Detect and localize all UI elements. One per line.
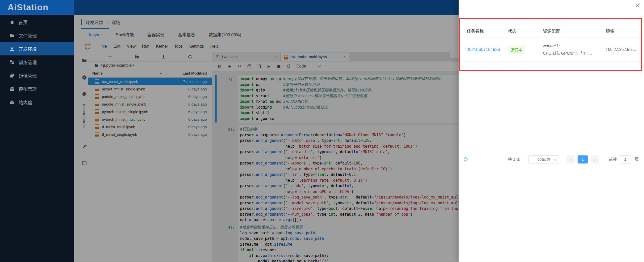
- total-count: 共 1 条: [508, 155, 520, 163]
- training-icon: [10, 60, 15, 65]
- home-icon: [10, 20, 15, 25]
- goto-label: 前往: [609, 155, 617, 163]
- column-header-0: 任务名称: [463, 24, 504, 38]
- table-row: 20210607164526 运行中 worker*1: CPU:1核, GPU…: [463, 38, 640, 62]
- dev-icon: [10, 46, 15, 51]
- pagination: 共 1 条 50条/页 ‹ 1 › 前往 1 页: [459, 155, 644, 163]
- goto-page-input[interactable]: 1: [620, 155, 631, 163]
- sidebar-item-0[interactable]: 首页: [0, 15, 74, 29]
- sidebar-item-label: 文件管理: [19, 32, 37, 39]
- status-badge: 运行中: [508, 46, 525, 54]
- chevron-down-icon: [554, 158, 557, 161]
- app: AiStation 首页文件管理开发环境训练管理镜像管理模型管理站内信 开发环境…: [0, 0, 644, 262]
- column-header-3: 镜像: [602, 24, 640, 38]
- mail-icon: [10, 100, 15, 105]
- resource-line-2: CPU:1核, GPU:0个, 内存:...: [543, 50, 602, 57]
- sidebar-item-3[interactable]: 训练管理: [0, 55, 74, 69]
- refresh-icon[interactable]: [463, 155, 469, 163]
- prev-page-button[interactable]: ‹: [567, 155, 575, 163]
- sidebar-item-label: 首页: [19, 19, 28, 25]
- task-name-link[interactable]: 20210607164526: [467, 47, 500, 52]
- resource-line-1: worker*1:: [543, 42, 602, 50]
- sidebar-item-1[interactable]: 文件管理: [0, 29, 74, 42]
- task-table-header: 任务名称状态资源配置镜像: [463, 24, 640, 38]
- files-icon: [10, 33, 15, 38]
- sidebar-item-label: 训练管理: [19, 59, 37, 66]
- task-table: 任务名称状态资源配置镜像 20210607164526 运行中 worker*1…: [463, 24, 640, 62]
- sidebar-item-6[interactable]: 站内信: [0, 95, 74, 109]
- sidebar: 首页文件管理开发环境训练管理镜像管理模型管理站内信: [0, 15, 74, 262]
- next-page-button[interactable]: ›: [591, 155, 599, 163]
- sidebar-item-4[interactable]: 镜像管理: [0, 69, 74, 82]
- column-header-1: 状态: [504, 24, 539, 38]
- page-1-button[interactable]: 1: [578, 155, 588, 163]
- annotation-red-box: 任务名称状态资源配置镜像 20210607164526 运行中 worker*1…: [459, 18, 642, 71]
- column-header-2: 资源配置: [539, 24, 602, 38]
- sidebar-item-label: 站内信: [19, 99, 32, 106]
- task-drawer: × 任务名称状态资源配置镜像 20210607164526 运行中 worker…: [459, 0, 644, 262]
- goto-suffix: 页: [635, 155, 639, 163]
- images-icon: [10, 73, 15, 78]
- close-icon[interactable]: ×: [635, 1, 640, 9]
- page-size-select[interactable]: 50条/页: [528, 155, 559, 163]
- image-cell: 100.2.126.15:5...: [602, 47, 640, 52]
- sidebar-item-2[interactable]: 开发环境: [0, 42, 74, 55]
- app-logo: AiStation: [8, 2, 49, 12]
- models-icon: [10, 86, 15, 91]
- sidebar-item-5[interactable]: 模型管理: [0, 82, 74, 95]
- sidebar-item-label: 镜像管理: [19, 72, 37, 79]
- sidebar-item-label: 开发环境: [19, 46, 37, 52]
- sidebar-item-label: 模型管理: [19, 86, 37, 92]
- page-size-value: 50条/页: [537, 157, 550, 161]
